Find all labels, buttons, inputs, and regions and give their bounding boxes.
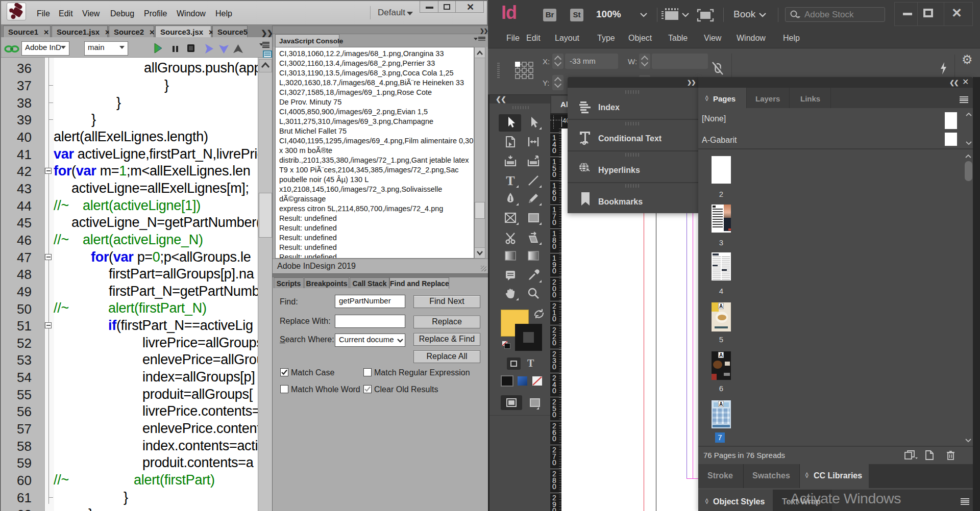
svg-text:T: T xyxy=(506,174,514,187)
